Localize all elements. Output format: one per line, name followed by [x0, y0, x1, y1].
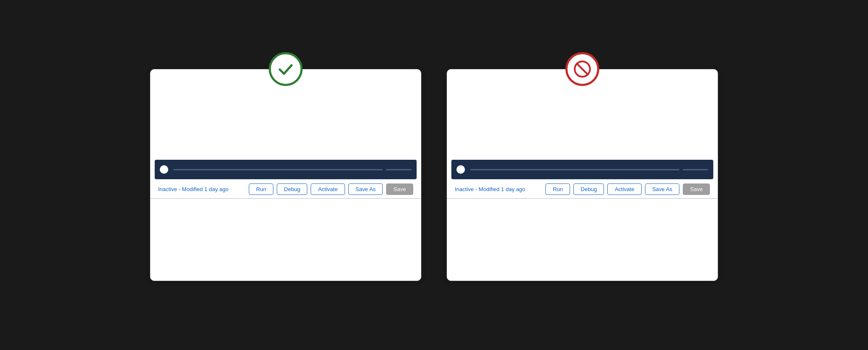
run-button-error[interactable]: Run: [545, 183, 570, 195]
panel-body-success: [150, 199, 421, 281]
toolbar-bar-error: [451, 160, 713, 179]
error-icon: [565, 52, 599, 86]
debug-button-success[interactable]: Debug: [277, 183, 307, 195]
toolbar-bar: [155, 160, 417, 179]
toolbar-line: [173, 169, 383, 170]
run-button-success[interactable]: Run: [249, 183, 273, 195]
toolbar-circle: [160, 165, 168, 174]
panels-container: Inactive - Modified 1 day ago Run Debug …: [150, 69, 718, 281]
save-as-button-success[interactable]: Save As: [348, 183, 383, 195]
save-button-success[interactable]: Save: [386, 183, 413, 195]
activate-button-success[interactable]: Activate: [311, 183, 345, 195]
error-panel: Inactive - Modified 1 day ago Run Debug …: [447, 69, 718, 281]
save-as-button-error[interactable]: Save As: [645, 183, 680, 195]
panel-body-error: [447, 199, 718, 281]
toolbar-line-short-error: [683, 169, 708, 170]
status-text-success: Inactive - Modified 1 day ago: [158, 186, 228, 192]
panel-content-area-error: [447, 78, 718, 160]
toolbar-circle-error: [456, 165, 465, 174]
save-button-error[interactable]: Save: [683, 183, 710, 195]
action-bar-error: Inactive - Modified 1 day ago Run Debug …: [447, 179, 718, 199]
panel-error-wrapper: Inactive - Modified 1 day ago Run Debug …: [447, 69, 718, 281]
action-bar-success: Inactive - Modified 1 day ago Run Debug …: [150, 179, 421, 199]
debug-button-error[interactable]: Debug: [573, 183, 604, 195]
success-panel: Inactive - Modified 1 day ago Run Debug …: [150, 69, 421, 281]
activate-button-error[interactable]: Activate: [607, 183, 641, 195]
panel-content-area: [150, 78, 421, 160]
status-text-error: Inactive - Modified 1 day ago: [455, 186, 525, 192]
toolbar-line-short: [386, 169, 412, 170]
toolbar-line-error: [470, 169, 679, 170]
success-icon: [269, 52, 303, 86]
svg-line-1: [577, 64, 588, 75]
panel-success-wrapper: Inactive - Modified 1 day ago Run Debug …: [150, 69, 421, 281]
